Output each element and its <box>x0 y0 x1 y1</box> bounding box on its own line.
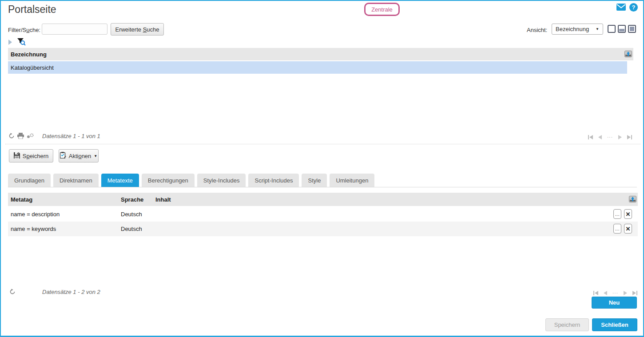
tab-grundlagen[interactable]: Grundlagen <box>8 174 51 187</box>
ansicht-select[interactable]: Bezeichnung ▼ <box>552 24 603 35</box>
page-title: Portalseite <box>8 4 56 16</box>
pager-top: ... <box>588 133 632 141</box>
tab-style[interactable]: Style <box>302 174 327 187</box>
pager-bottom: ... <box>593 289 637 297</box>
actions-menu-button[interactable]: Aktionen ▼ <box>59 149 99 163</box>
next-page-icon[interactable] <box>624 289 627 297</box>
first-page-icon[interactable] <box>593 289 598 297</box>
filter-search-label: Filter/Suche: <box>8 27 40 33</box>
export-settings-icon[interactable] <box>27 133 34 139</box>
prev-page-icon[interactable] <box>598 133 602 141</box>
advanced-search-button[interactable]: Erweiterte Suche <box>111 23 164 36</box>
row-edit-button[interactable]: ... <box>613 224 621 234</box>
next-page-icon[interactable] <box>618 133 622 141</box>
expand-filter-arrow-icon[interactable] <box>8 40 12 45</box>
column-header-inhalt[interactable]: Inhalt <box>155 196 171 203</box>
filter-search-input[interactable] <box>42 24 107 35</box>
detail-table-header: Metatag Sprache Inhalt <box>8 193 638 206</box>
prev-page-icon[interactable] <box>604 289 607 297</box>
cell-sprache: Deutsch <box>121 226 142 232</box>
zentrale-badge[interactable]: Zentrale <box>364 3 400 16</box>
detail-tabs: Grundlagen Direktnamen Metatexte Berecht… <box>8 174 637 187</box>
cell-sprache: Deutsch <box>121 211 142 218</box>
records-count-label: Datensätze 1 - 1 von 1 <box>42 133 100 139</box>
portal-page-window: Portalseite Zentrale ? Filter/Suche: Erw… <box>0 0 644 337</box>
page-ellipsis[interactable]: ... <box>612 289 618 295</box>
table-row[interactable]: Katalogübersicht <box>8 61 627 74</box>
refresh-icon[interactable] <box>9 289 16 295</box>
tab-metatexte[interactable]: Metatexte <box>101 174 139 187</box>
last-page-icon[interactable] <box>627 133 632 141</box>
row-delete-button[interactable]: ✕ <box>624 224 632 234</box>
cell-metatag: name = keywords <box>11 226 56 232</box>
chevron-down-icon: ▼ <box>596 27 599 31</box>
print-icon[interactable] <box>17 133 24 139</box>
tab-umleitungen[interactable]: Umleitungen <box>330 174 374 187</box>
filter-search-icon[interactable] <box>17 38 26 48</box>
divider <box>5 144 640 144</box>
page-ellipsis[interactable]: ... <box>607 133 613 139</box>
first-page-icon[interactable] <box>588 133 593 141</box>
column-settings-icon[interactable] <box>624 51 632 59</box>
tab-direktnamen[interactable]: Direktnamen <box>53 174 99 187</box>
table-row[interactable]: name = description Deutsch ... ✕ <box>8 207 638 222</box>
table-row[interactable]: name = keywords Deutsch ... ✕ <box>8 222 638 236</box>
tab-style-includes[interactable]: Style-Includes <box>197 174 246 187</box>
view-list-only-icon[interactable] <box>608 25 616 33</box>
list-row-label: Katalogübersicht <box>11 64 54 71</box>
column-header-sprache[interactable]: Sprache <box>121 196 143 203</box>
view-detail-icon[interactable] <box>628 25 636 33</box>
clipboard-icon <box>60 152 66 160</box>
list-table-header-label: Bezeichnung <box>11 51 47 58</box>
row-delete-button[interactable]: ✕ <box>624 209 632 219</box>
floppy-icon <box>14 152 20 160</box>
help-icon[interactable]: ? <box>629 3 638 12</box>
ansicht-label: Ansicht: <box>527 27 547 33</box>
close-button[interactable]: Schließen <box>592 318 637 331</box>
column-header-metatag[interactable]: Metatag <box>11 196 32 203</box>
column-settings-icon[interactable] <box>629 196 636 204</box>
save-button[interactable]: Speichern <box>9 149 53 163</box>
list-table-header[interactable]: Bezeichnung <box>8 48 633 60</box>
new-button[interactable]: Neu <box>592 297 637 309</box>
records-count-label: Datensätze 1 - 2 von 2 <box>42 289 100 295</box>
cell-metatag: name = description <box>11 211 60 218</box>
ansicht-selected-value: Bezeichnung <box>556 26 589 32</box>
mail-icon[interactable] <box>616 4 626 12</box>
refresh-icon[interactable] <box>8 133 15 139</box>
last-page-icon[interactable] <box>632 289 637 297</box>
chevron-down-icon: ▼ <box>94 154 97 158</box>
view-split-icon[interactable] <box>618 25 626 33</box>
tab-berechtigungen[interactable]: Berechtigungen <box>142 174 195 187</box>
tab-script-includes[interactable]: Script-Includes <box>248 174 299 187</box>
row-edit-button[interactable]: ... <box>613 209 621 219</box>
save-button-disabled[interactable]: Speichern <box>545 318 589 331</box>
